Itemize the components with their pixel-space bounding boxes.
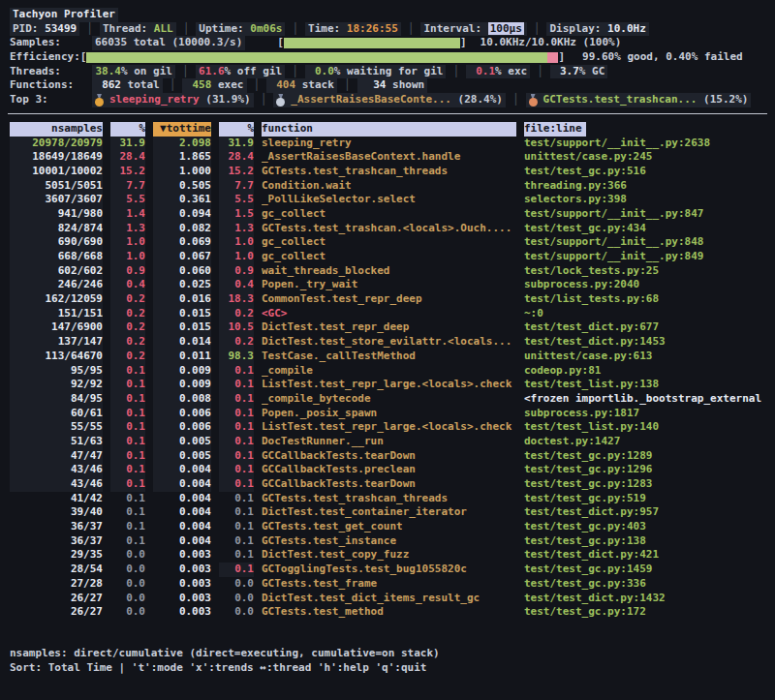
column-header-file[interactable]: file:line [524, 122, 586, 137]
table-row[interactable]: 20978/2097931.92.09831.9sleeping_retryte… [10, 137, 765, 151]
divider-glyph: │ [86, 22, 93, 37]
thread-stat: 3.7% GC [550, 65, 608, 79]
cell-cum: 0.1 [219, 378, 254, 392]
thread-stat-value: 61.6 [199, 65, 225, 79]
cell-ns: 246/246 [10, 278, 103, 292]
table-row[interactable]: 95/950.10.0090.1_compilecodeop.py:81 [10, 364, 765, 379]
table-row[interactable]: 26/270.00.0030.0GCTests.test_methodtest/… [10, 605, 765, 620]
column-header-tot[interactable]: ▼tottime [153, 122, 211, 137]
cell-pct: 15.2 [110, 165, 145, 179]
table-row[interactable]: 84/950.10.0080.1_compile_bytecode<frozen… [10, 392, 765, 407]
cell-cum: 0.1 [219, 463, 254, 477]
table-row[interactable]: 824/8741.30.0821.3GCTests.test_trashcan.… [10, 222, 765, 236]
table-row[interactable]: 137/1470.20.0140.2DictTest.test_store_ev… [10, 335, 765, 350]
table-row[interactable]: 147/69000.20.01510.5DictTest.test_repr_d… [10, 320, 765, 335]
table-row[interactable]: 941/9801.40.0941.5gc_collecttest/support… [10, 207, 765, 222]
cell-function: ListTest.test_repr_large.<locals>.check [262, 420, 516, 435]
cell-cum: 0.1 [219, 548, 254, 563]
table-row[interactable]: 5051/50517.70.5057.7Condition.waitthread… [10, 179, 765, 194]
table-row[interactable]: 28/540.00.0030.1GCTogglingTests.test_bug… [10, 563, 765, 577]
cell-file-line: test/test_dict.py:1432 [524, 592, 765, 606]
cell-tot: 0.082 [153, 222, 211, 236]
table-row[interactable]: 43/460.10.0040.1GCCallbackTests.preclean… [10, 463, 765, 477]
table-row[interactable]: 113/646700.20.01198.3TestCase._callTestM… [10, 350, 765, 364]
table-row[interactable]: 151/1510.20.0150.2<GC>~:0 [10, 307, 765, 321]
cell-ns: 43/46 [10, 463, 103, 477]
column-header-fn[interactable]: function [262, 122, 516, 137]
threads-label: Threads: [10, 65, 92, 79]
cell-cum: 15.2 [219, 165, 254, 179]
cell-function: Popen._try_wait [262, 278, 516, 292]
cell-function: _PollLikeSelector.select [262, 193, 516, 207]
samples-total: 66035 total (10000.3/s) [92, 36, 245, 50]
function-stat-value: 404 [269, 78, 295, 93]
table-row[interactable]: 27/280.00.0030.0GCTests.test_frametest/t… [10, 577, 765, 592]
table-row[interactable]: 60/610.10.0060.1Popen._posix_spawnsubpro… [10, 407, 765, 421]
tachyon-profiler-window: Tachyon Profiler PID: 53499│Thread: ALL│… [0, 0, 775, 700]
cell-cum: 0.0 [219, 577, 254, 592]
table-row[interactable]: 39/400.10.0040.1DictTest.test_container_… [10, 505, 765, 520]
table-row[interactable]: 26/270.00.0030.0DictTest.test_dict_items… [10, 592, 765, 606]
function-stat-value: 862 [95, 78, 121, 93]
divider-glyph: │ [183, 22, 190, 37]
gold-medal-icon [95, 94, 104, 107]
cell-tot: 0.505 [153, 179, 211, 194]
cell-ns: 137/147 [10, 335, 103, 350]
cell-tot: 0.003 [153, 592, 211, 606]
table-row[interactable]: 690/6901.00.0691.0gc_collecttest/support… [10, 235, 765, 250]
table-row[interactable]: 36/370.10.0040.1GCTests.test_instancetes… [10, 534, 765, 549]
cell-tot: 0.004 [153, 534, 211, 549]
table-row[interactable]: 92/920.10.0090.1ListTest.test_repr_large… [10, 378, 765, 392]
cell-ns: 824/874 [10, 222, 103, 236]
cell-pct: 0.0 [110, 577, 145, 592]
cell-file-line: test/test_gc.py:434 [524, 222, 765, 236]
functions-line: Functions:862 total│458 exec│404 stack│ … [10, 78, 765, 93]
table-row[interactable]: 51/630.10.0050.1DocTestRunner.__rundocte… [10, 435, 765, 449]
table-row[interactable]: 668/6681.00.0671.0gc_collecttest/support… [10, 250, 765, 264]
cell-function: <GC> [262, 307, 516, 321]
table-row[interactable]: 602/6020.90.0600.9wait_threads_blockedte… [10, 264, 765, 279]
efficiency-bar-close-bracket: ] [558, 50, 565, 65]
table-row[interactable]: 162/120590.20.01618.3CommonTest.test_rep… [10, 292, 765, 307]
table-row[interactable]: 41/420.10.0040.1GCTests.test_trashcan_th… [10, 492, 765, 506]
cell-ns: 5051/5051 [10, 179, 103, 194]
status-uptime-label: Uptime: [199, 22, 250, 35]
cell-function: GCTests.test_get_count [262, 520, 516, 534]
table-row[interactable]: 10001/1000215.21.00015.2GCTests.test_tra… [10, 165, 765, 179]
divider-glyph: │ [292, 65, 298, 79]
top3-percent: (31.9%) [200, 93, 251, 107]
cell-pct: 0.1 [110, 463, 145, 477]
cell-cum: 1.5 [219, 207, 254, 222]
table-row[interactable]: 36/370.10.0040.1GCTests.test_get_countte… [10, 520, 765, 534]
table-row[interactable]: 246/2460.40.0250.4Popen._try_waitsubproc… [10, 278, 765, 292]
table-row[interactable]: 29/350.00.0030.1DictTest.test_copy_fuzzt… [10, 548, 765, 563]
cell-function: GCTests.test_trashcan.<locals>.Ouch.... [262, 222, 516, 236]
cell-function: _compile [262, 364, 516, 379]
cell-pct: 0.0 [110, 548, 145, 563]
cell-ns: 147/6900 [10, 320, 103, 335]
column-header-pct[interactable]: % [110, 122, 145, 137]
cell-tot: 0.003 [153, 563, 211, 577]
status-pid: PID: 53499 [10, 22, 79, 37]
cell-function: GCTests.test_instance [262, 534, 516, 549]
table-row[interactable]: 47/470.10.0050.1GCCallbackTests.tearDown… [10, 449, 765, 464]
cell-ns: 95/95 [10, 364, 103, 379]
cell-ns: 36/37 [10, 534, 103, 549]
divider-glyph: │ [537, 65, 543, 79]
cell-tot: 0.015 [153, 320, 211, 335]
cell-function: gc_collect [262, 235, 516, 250]
column-header-ns[interactable]: nsamples [10, 122, 103, 137]
table-row[interactable]: 18649/1864928.41.86528.4_AssertRaisesBas… [10, 150, 765, 165]
column-header-cum[interactable]: % [219, 122, 254, 137]
top3-item: _AssertRaisesBaseConte... (28.4%) [273, 93, 506, 107]
efficiency-bar-failed [547, 52, 558, 63]
table-row[interactable]: 55/550.10.0060.1ListTest.test_repr_large… [10, 420, 765, 435]
efficiency-line: Efficiency:[]99.60% good, 0.40% failed [10, 50, 765, 65]
cell-file-line: test/test_dict.py:421 [524, 548, 765, 563]
divider-glyph: │ [344, 78, 351, 93]
table-row[interactable]: 43/460.10.0040.1GCCallbackTests.tearDown… [10, 477, 765, 492]
table-row[interactable]: 3607/36075.50.3615.5_PollLikeSelector.se… [10, 193, 765, 207]
cell-cum: 0.1 [219, 492, 254, 506]
cell-file-line: test/support/__init__.py:849 [524, 250, 765, 264]
efficiency-bar-open-bracket: [ [80, 50, 87, 65]
